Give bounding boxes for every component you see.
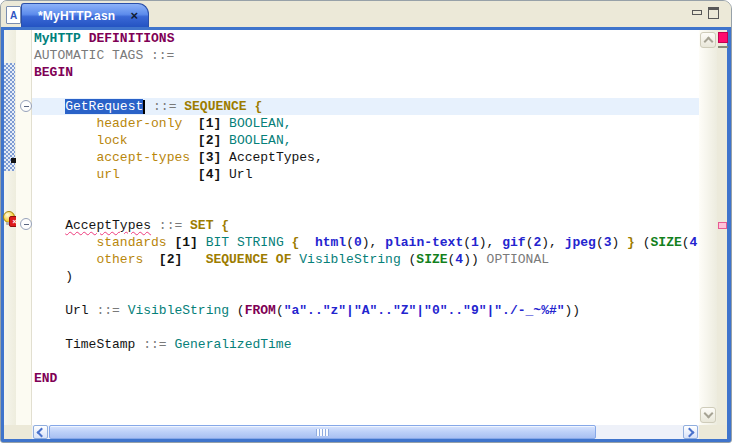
code-token: 0 bbox=[354, 235, 362, 250]
fold-collapse-icon-getrequest[interactable] bbox=[20, 100, 32, 112]
code-token: VisibleString bbox=[299, 252, 400, 267]
range-indicator bbox=[4, 63, 15, 171]
code-line bbox=[32, 81, 699, 98]
code-token: header-only bbox=[96, 116, 182, 131]
code-line: url [4] Url bbox=[32, 166, 699, 183]
code-token: AUTOMATIC TAGS ::= bbox=[34, 48, 174, 63]
code-token: ( bbox=[229, 303, 245, 318]
tab-myhttp-asn[interactable]: *MyHTTP.asn × bbox=[21, 3, 149, 27]
code-token bbox=[120, 167, 198, 182]
code-token: [1] bbox=[174, 235, 197, 250]
code-token: 3 bbox=[604, 235, 612, 250]
code-line: header-only [1] BOOLEAN, bbox=[32, 115, 699, 132]
code-token: others bbox=[96, 252, 143, 267]
code-token: SEQUENCE OF bbox=[206, 252, 292, 267]
code-token bbox=[34, 116, 96, 131]
code-token: VisibleString bbox=[128, 303, 229, 318]
code-token: Url bbox=[229, 167, 252, 182]
code-token bbox=[221, 133, 229, 148]
code-line: AcceptTypes ::= SET { bbox=[32, 217, 699, 234]
code-line: MyHTTP DEFINITIONS bbox=[32, 30, 699, 47]
code-token: plain-text bbox=[385, 235, 463, 250]
code-token: SET { bbox=[190, 218, 229, 233]
code-token bbox=[299, 235, 315, 250]
code-token: jpeg bbox=[565, 235, 596, 250]
code-token: accept-types bbox=[96, 150, 190, 165]
code-token: ( bbox=[596, 235, 604, 250]
editor-tab-bar: A *MyHTTP.asn × bbox=[1, 1, 732, 27]
code-line bbox=[32, 319, 699, 336]
error-token: AcceptTypes bbox=[65, 218, 151, 233]
maximize-button[interactable] bbox=[706, 5, 722, 21]
code-token: standards bbox=[96, 235, 166, 250]
code-token: [4] bbox=[198, 167, 221, 182]
code-token: html bbox=[315, 235, 346, 250]
code-line bbox=[32, 353, 699, 370]
scrollbar-grip bbox=[316, 429, 329, 436]
code-token: "a".."z"|"A".."Z"|"0".."9"|"./-_~%#" bbox=[284, 303, 565, 318]
code-token: lock bbox=[96, 133, 127, 148]
code-token bbox=[81, 31, 89, 46]
code-token: BOOLEAN, bbox=[229, 133, 291, 148]
maximize-icon bbox=[708, 7, 719, 19]
code-token: ), bbox=[479, 235, 502, 250]
code-line bbox=[32, 200, 699, 217]
horizontal-scrollbar-thumb[interactable] bbox=[49, 425, 596, 439]
code-token: SIZE bbox=[416, 252, 447, 267]
code-line bbox=[32, 285, 699, 302]
code-token: END bbox=[34, 371, 57, 386]
scroll-left-button[interactable] bbox=[33, 425, 48, 439]
code-token bbox=[34, 167, 96, 182]
code-token: [2] bbox=[198, 133, 221, 148]
code-token bbox=[190, 150, 198, 165]
bottom-left-corner bbox=[4, 425, 32, 439]
fold-collapse-icon-accepttypes[interactable] bbox=[20, 218, 32, 230]
scroll-up-button bbox=[700, 32, 716, 48]
code-token bbox=[34, 99, 65, 114]
scroll-right-button[interactable] bbox=[683, 425, 698, 439]
code-line: ) bbox=[32, 268, 699, 285]
minimize-icon bbox=[692, 10, 702, 15]
code-token bbox=[34, 252, 96, 267]
code-token: MyHTTP bbox=[34, 31, 81, 46]
code-token bbox=[34, 133, 96, 148]
code-token: SIZE bbox=[651, 235, 682, 250]
selected-text: GetRequest bbox=[65, 99, 143, 114]
overview-error-header-icon bbox=[718, 32, 728, 43]
code-token: BOOLEAN, bbox=[229, 116, 291, 131]
bottom-right-corner bbox=[699, 425, 727, 439]
code-token bbox=[128, 133, 198, 148]
code-token: ( bbox=[682, 235, 690, 250]
code-token: BEGIN bbox=[34, 65, 73, 80]
code-token bbox=[34, 235, 96, 250]
minus-glyph bbox=[24, 106, 29, 107]
tab-title: *MyHTTP.asn bbox=[38, 9, 124, 23]
code-token bbox=[284, 235, 292, 250]
code-token bbox=[143, 252, 159, 267]
code-line: END bbox=[32, 370, 699, 387]
code-token bbox=[34, 150, 96, 165]
code-line: TimeStamp ::= GeneralizedTime bbox=[32, 336, 699, 353]
code-token: 4 bbox=[455, 252, 463, 267]
code-token bbox=[221, 167, 229, 182]
code-token: ( bbox=[635, 235, 651, 250]
overview-error-marker[interactable] bbox=[718, 222, 727, 229]
code-token: 1 bbox=[471, 235, 479, 250]
code-token bbox=[182, 116, 198, 131]
tab-close-icon[interactable]: × bbox=[130, 9, 138, 22]
code-line: BEGIN bbox=[32, 64, 699, 81]
code-line: AUTOMATIC TAGS ::= bbox=[32, 47, 699, 64]
code-token: BIT STRING bbox=[206, 235, 284, 250]
code-token: url bbox=[96, 167, 119, 182]
code-token: ::= bbox=[135, 337, 174, 352]
code-editor[interactable]: MyHTTP DEFINITIONSAUTOMATIC TAGS ::=BEGI… bbox=[32, 30, 699, 425]
code-token: } bbox=[627, 235, 635, 250]
chevron-up-icon bbox=[703, 37, 713, 47]
code-line: Url ::= VisibleString (FROM("a".."z"|"A"… bbox=[32, 302, 699, 319]
code-line: lock [2] BOOLEAN, bbox=[32, 132, 699, 149]
code-token: )) bbox=[463, 252, 486, 267]
frame-border-right bbox=[727, 27, 732, 443]
code-token: ( bbox=[401, 252, 417, 267]
minimize-button[interactable] bbox=[689, 5, 705, 21]
code-token: AcceptTypes, bbox=[229, 150, 323, 165]
